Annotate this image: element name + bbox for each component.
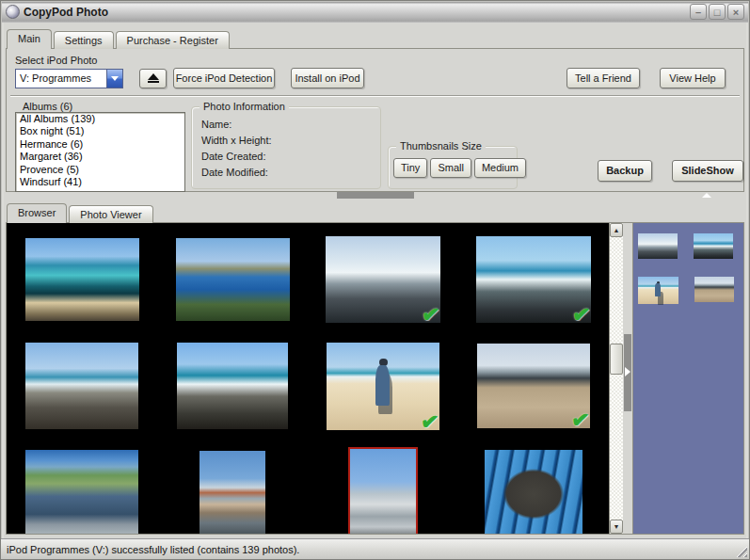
- slideshow-button[interactable]: SlideShow: [672, 160, 743, 182]
- photo-thumbnail[interactable]: [25, 238, 139, 321]
- minimize-button[interactable]: –: [690, 4, 707, 20]
- albums-label: Albums (6): [23, 101, 72, 112]
- thumbnails-size-group: Thumbsnails Size TinySmallMedium: [388, 146, 518, 189]
- photo-thumbnail[interactable]: [25, 450, 138, 535]
- photo-information-title: Photo Information: [199, 101, 289, 112]
- photo-thumbnail[interactable]: [199, 451, 265, 535]
- photo-information-fields: Name:Width x Height:Date Created:Date Mo…: [192, 107, 380, 178]
- app-window: CopyPod Photo – □ × MainSettingsPurchase…: [0, 0, 750, 560]
- collapse-right-icon: [625, 367, 630, 376]
- album-item[interactable]: Hermance (6): [16, 138, 184, 152]
- thumb-size-small-button[interactable]: Small: [430, 158, 471, 178]
- photo-thumbnail[interactable]: [485, 450, 582, 535]
- selected-check-icon: ✔: [570, 301, 591, 328]
- eject-icon: [148, 73, 159, 80]
- photo-grid: ✔✔✔✔: [7, 223, 609, 535]
- main-tabstrip: MainSettingsPurchase - Register: [1, 23, 749, 48]
- album-item[interactable]: Provence (5): [16, 164, 184, 177]
- albums-listbox[interactable]: All Albums (139)Box night (51)Hermance (…: [15, 112, 185, 192]
- album-item[interactable]: Windsurf (41): [16, 176, 184, 189]
- main-tab-panel: Select iPod Photo V: Programmes Force iP…: [6, 48, 744, 193]
- tell-a-friend-button[interactable]: Tell a Friend: [566, 68, 640, 88]
- photo-thumbnail[interactable]: ✔: [477, 344, 590, 428]
- view-help-button[interactable]: View Help: [660, 68, 726, 88]
- thumbnails-size-title: Thumbsnails Size: [396, 140, 486, 152]
- ipod-device-value: V: Programmes: [16, 70, 106, 88]
- photo-info-field-label: Width x Height:: [201, 135, 380, 146]
- browser-panel: ✔✔✔✔ ▲ ▼: [6, 222, 744, 536]
- tab-settings[interactable]: Settings: [54, 31, 114, 49]
- resize-grip-icon[interactable]: [735, 545, 747, 557]
- photo-information-group: Photo Information Name:Width x Height:Da…: [191, 106, 381, 189]
- photo-thumbnail[interactable]: [350, 449, 416, 535]
- status-text: iPod Programmes (V:) successfully listed…: [7, 544, 299, 555]
- view-tab-photo-viewer[interactable]: Photo Viewer: [69, 205, 152, 223]
- view-tabstrip: BrowserPhoto Viewer: [1, 200, 749, 222]
- photo-info-field-label: Date Modified:: [201, 167, 380, 178]
- photo-thumbnail[interactable]: ✔: [476, 236, 591, 323]
- sidebar-photo-thumbnail[interactable]: [638, 277, 678, 304]
- view-tab-browser[interactable]: Browser: [7, 203, 67, 223]
- close-button[interactable]: ×: [727, 4, 744, 20]
- photo-info-field-label: Name:: [201, 119, 380, 130]
- horizontal-splitter[interactable]: [6, 192, 744, 200]
- sidebar-photo-thumbnail[interactable]: [694, 277, 734, 302]
- thumb-size-medium-button[interactable]: Medium: [474, 158, 526, 178]
- ipod-device-combobox[interactable]: V: Programmes: [15, 69, 123, 88]
- window-title: CopyPod Photo: [24, 6, 686, 19]
- photo-thumbnail[interactable]: ✔: [326, 236, 440, 323]
- separator: [10, 95, 740, 97]
- maximize-button[interactable]: □: [709, 4, 726, 20]
- photo-thumbnail[interactable]: ✔: [327, 343, 439, 430]
- title-bar[interactable]: CopyPod Photo – □ ×: [2, 2, 748, 23]
- force-detection-button[interactable]: Force iPod Detection: [173, 68, 275, 88]
- scroll-down-icon[interactable]: ▼: [610, 520, 623, 534]
- sidebar-thumbnails: [633, 223, 743, 304]
- select-ipod-label: Select iPod Photo: [15, 55, 97, 66]
- splitter-handle[interactable]: [337, 192, 414, 199]
- vertical-scrollbar[interactable]: ▲ ▼: [609, 223, 623, 535]
- photo-thumbnail[interactable]: [25, 343, 138, 429]
- scrollbar-thumb[interactable]: [610, 344, 623, 375]
- photo-thumbnail[interactable]: [177, 343, 288, 429]
- album-item[interactable]: All Albums (139): [16, 113, 184, 126]
- selected-check-icon: ✔: [569, 407, 590, 434]
- collapse-up-icon: [702, 193, 711, 198]
- photo-thumbnail[interactable]: [176, 238, 290, 321]
- selected-photos-sidebar: [632, 223, 743, 535]
- scroll-up-icon[interactable]: ▲: [610, 223, 623, 237]
- backup-button[interactable]: Backup: [598, 160, 652, 182]
- vertical-splitter[interactable]: [623, 223, 632, 535]
- album-item[interactable]: Margaret (36): [16, 151, 184, 164]
- install-on-ipod-button[interactable]: Install on iPod: [291, 68, 364, 88]
- eject-button[interactable]: [139, 69, 167, 88]
- sidebar-photo-thumbnail[interactable]: [638, 233, 678, 259]
- tab-purchase-register[interactable]: Purchase - Register: [116, 31, 230, 49]
- thumb-size-tiny-button[interactable]: Tiny: [393, 158, 427, 178]
- status-bar: iPod Programmes (V:) successfully listed…: [1, 538, 749, 559]
- selected-check-icon: ✔: [419, 408, 439, 436]
- app-icon: [6, 5, 20, 19]
- selected-check-icon: ✔: [420, 301, 440, 328]
- tab-main[interactable]: Main: [7, 29, 52, 49]
- chevron-down-icon[interactable]: [106, 70, 122, 88]
- photo-info-field-label: Date Created:: [201, 151, 380, 162]
- album-item[interactable]: Box night (51): [16, 125, 184, 138]
- sidebar-photo-thumbnail[interactable]: [694, 233, 733, 259]
